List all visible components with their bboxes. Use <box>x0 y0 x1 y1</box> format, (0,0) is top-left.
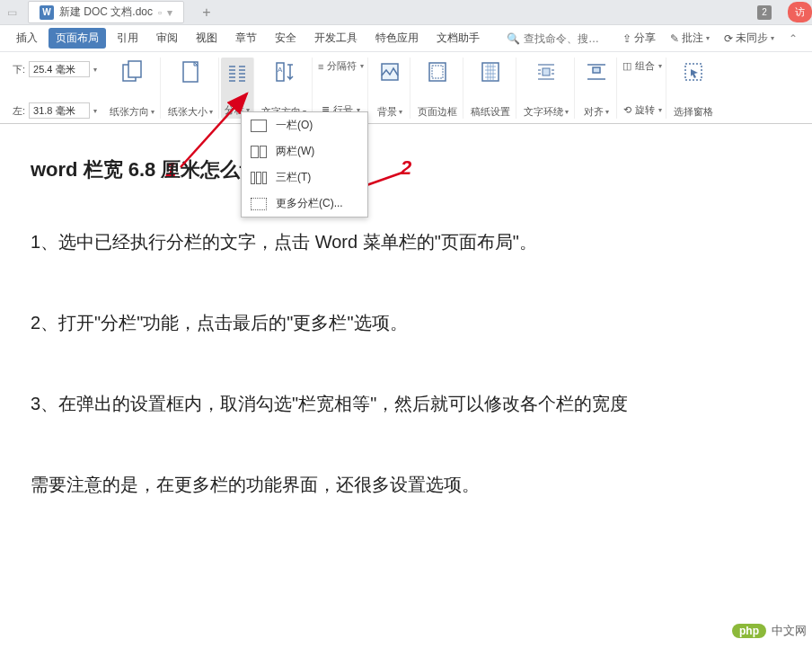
menu-special[interactable]: 特色应用 <box>368 28 426 49</box>
new-tab-button[interactable]: + <box>195 4 217 21</box>
doc-paragraph-3: 3、在弹出的设置框内，取消勾选"栏宽相等"，然后就可以修改各个栏的宽度 <box>31 388 812 419</box>
doc-paragraph-2: 2、打开"分栏"功能，点击最后的"更多栏"选项。 <box>31 307 812 338</box>
title-bar: ▭ W 新建 DOC 文档.doc ▫ ▾ + 2 访 <box>0 0 812 25</box>
document-tab[interactable]: W 新建 DOC 文档.doc ▫ ▾ <box>28 1 184 23</box>
text-direction-button[interactable]: A 文字方向▾ <box>256 58 313 119</box>
margin-left-input[interactable] <box>29 102 90 119</box>
manuscript-button[interactable]: 稿纸设置 <box>465 58 516 119</box>
menu-insert[interactable]: 插入 <box>9 28 45 49</box>
svg-line-38 <box>181 93 247 167</box>
word-app-icon: W <box>40 5 54 20</box>
chevron-down-icon: ▾ <box>151 108 154 116</box>
svg-text:A: A <box>278 66 283 74</box>
manuscript-icon <box>476 58 505 86</box>
svg-rect-34 <box>593 67 600 73</box>
chevron-down-icon: ▾ <box>565 108 569 116</box>
comment-button[interactable]: ✎ 批注 ▾ <box>665 28 715 49</box>
stepper-icon[interactable]: ▾ <box>93 107 97 115</box>
watermark-text: 中文网 <box>772 623 807 639</box>
columns-icon <box>223 59 252 88</box>
collapse-ribbon-icon[interactable]: ⌃ <box>783 32 803 45</box>
doc-paragraph-4: 需要注意的是，在更多栏的功能界面，还很多设置选项。 <box>31 469 812 500</box>
arrange-group: ◫组合▾ ⟲旋转▾ <box>619 58 666 119</box>
three-column-icon <box>251 172 267 184</box>
align-button[interactable]: 对齐▾ <box>577 58 617 119</box>
menu-security[interactable]: 安全 <box>268 28 304 49</box>
text-direction-icon: A <box>269 58 298 86</box>
search-icon: 🔍 <box>507 32 520 45</box>
watermark-logo: php <box>732 624 766 638</box>
breaks-group: ≡分隔符▾ ≣行号▾ <box>314 58 368 119</box>
share-button[interactable]: ⇪ 分享 <box>617 28 661 49</box>
chevron-down-icon: ▾ <box>771 34 774 42</box>
orientation-icon <box>118 58 146 86</box>
two-column-icon <box>251 146 267 158</box>
background-button[interactable]: 背景▾ <box>370 58 410 119</box>
tab-options-icon[interactable]: ▾ <box>167 6 172 19</box>
page-border-button[interactable]: 页面边框 <box>412 58 463 119</box>
separator-button[interactable]: ≡分隔符▾ <box>318 59 364 73</box>
sync-button[interactable]: ⟳ 未同步 ▾ <box>719 28 780 49</box>
selection-pane-button[interactable]: 选择窗格 <box>668 58 719 119</box>
visit-button[interactable]: 访 <box>788 2 812 22</box>
document-title: 新建 DOC 文档.doc <box>59 4 153 20</box>
margin-left-label: 左: <box>13 104 25 118</box>
svg-rect-26 <box>543 68 550 75</box>
window-icon: ▭ <box>7 6 17 19</box>
svg-rect-1 <box>128 61 141 77</box>
comment-icon: ✎ <box>670 32 679 45</box>
orientation-button[interactable]: 纸张方向▾ <box>104 58 161 119</box>
margin-bottom-label: 下: <box>13 63 25 76</box>
more-columns-icon <box>251 198 267 210</box>
separator-icon: ≡ <box>318 61 323 72</box>
menu-bar: 插入 页面布局 引用 审阅 视图 章节 安全 开发工具 特色应用 文档助手 🔍 … <box>0 25 812 52</box>
menu-doc-helper[interactable]: 文档助手 <box>429 28 487 49</box>
search-input[interactable] <box>524 32 613 45</box>
columns-one[interactable]: 一栏(O) <box>242 112 367 138</box>
align-icon <box>582 58 611 86</box>
watermark: php 中文网 <box>732 623 807 639</box>
doc-heading: word 栏宽 6.8 厘米怎么设置 <box>31 156 812 183</box>
menu-review[interactable]: 审阅 <box>149 28 185 49</box>
menu-references[interactable]: 引用 <box>110 28 146 49</box>
columns-dropdown: 一栏(O) 两栏(W) 三栏(T) 更多分栏(C)... <box>241 111 368 217</box>
page-border-icon <box>423 58 452 86</box>
stepper-icon[interactable]: ▾ <box>93 66 97 74</box>
chevron-down-icon: ▾ <box>706 34 710 42</box>
doc-paragraph-1: 1、选中已经执行分栏的文字，点击 Word 菜单栏的"页面布局"。 <box>31 226 812 257</box>
tab-indicator-icon: ▫ <box>158 6 162 19</box>
rotate-button[interactable]: ⟲旋转▾ <box>623 103 662 117</box>
text-wrap-icon <box>532 58 560 86</box>
menu-view[interactable]: 视图 <box>189 28 225 49</box>
group-icon: ◫ <box>622 60 631 72</box>
sync-icon: ⟳ <box>724 32 733 45</box>
text-wrap-button[interactable]: 文字环绕▾ <box>518 58 575 119</box>
margin-bottom-input[interactable] <box>29 61 90 77</box>
selection-pane-icon <box>679 58 708 86</box>
rotate-icon: ⟲ <box>623 104 631 116</box>
ribbon-toolbar: 下: ▾ 左: ▾ 纸张方向▾ 纸张大小▾ 分栏▾ A 文字方向▾ <box>0 52 812 124</box>
columns-two[interactable]: 两栏(W) <box>242 138 367 164</box>
background-icon <box>375 58 404 86</box>
margins-group: 下: ▾ 左: ▾ <box>7 58 102 119</box>
chevron-down-icon: ▾ <box>399 108 402 116</box>
paper-size-icon <box>176 58 205 86</box>
notification-count[interactable]: 2 <box>757 5 772 20</box>
share-icon: ⇪ <box>622 32 631 45</box>
columns-more[interactable]: 更多分栏(C)... <box>242 191 367 217</box>
menu-chapters[interactable]: 章节 <box>228 28 264 49</box>
chevron-down-icon: ▾ <box>605 108 609 116</box>
group-button[interactable]: ◫组合▾ <box>622 59 662 73</box>
menu-devtools[interactable]: 开发工具 <box>307 28 365 49</box>
menu-page-layout[interactable]: 页面布局 <box>49 28 106 49</box>
columns-three[interactable]: 三栏(T) <box>242 164 367 191</box>
one-column-icon <box>251 120 267 132</box>
